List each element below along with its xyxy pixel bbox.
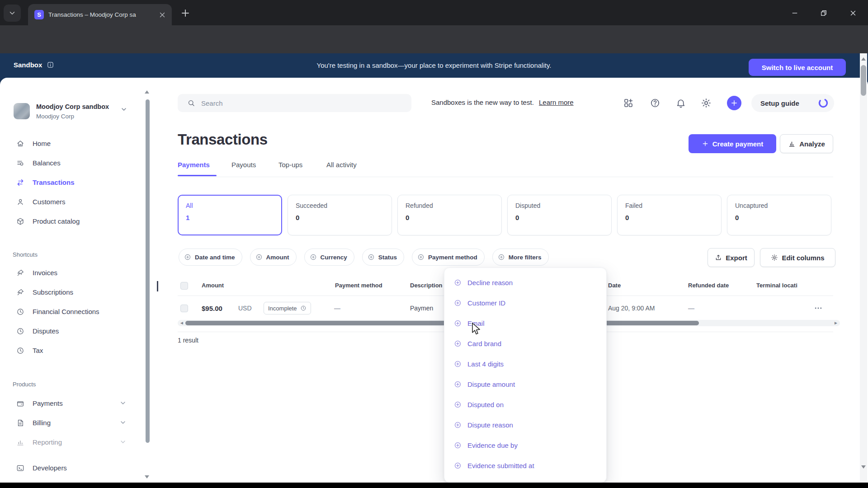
sidebar-item-subscriptions[interactable]: Subscriptions <box>0 282 136 302</box>
menu-item-dispute-amount[interactable]: Dispute amount <box>444 374 606 394</box>
sidebar-item-developers[interactable]: Developers <box>0 458 136 478</box>
horizontal-scrollbar-thumb[interactable] <box>185 321 699 325</box>
circle-plus-icon <box>454 380 462 388</box>
edit-columns-button[interactable]: Edit columns <box>760 248 835 267</box>
sidebar-item-reporting[interactable]: Reporting <box>0 432 136 452</box>
menu-item-decline-reason[interactable]: Decline reason <box>444 272 606 293</box>
transactions-icon <box>16 178 24 187</box>
plus-icon <box>702 140 709 147</box>
sidebar-item-customers[interactable]: Customers <box>0 192 136 211</box>
column-header-description[interactable]: Description <box>410 282 449 289</box>
select-all-checkbox[interactable] <box>180 282 188 290</box>
sidebar-scrollbar-thumb[interactable] <box>146 99 150 443</box>
search-icon <box>187 99 195 107</box>
workbench-grid-icon[interactable] <box>623 98 634 108</box>
sidebar-item-payments[interactable]: Payments <box>0 394 136 413</box>
row-checkbox[interactable] <box>180 305 188 312</box>
create-plus-button[interactable] <box>727 96 741 110</box>
status-card-succeeded[interactable]: Succeeded 0 <box>288 195 392 235</box>
sidebar-item-label: Balances <box>33 159 61 167</box>
sidebar-item-label: Developers <box>33 464 67 472</box>
page-scroll-up-arrow[interactable] <box>861 57 866 61</box>
sidebar-item-billing[interactable]: Billing <box>0 413 136 432</box>
learn-more-link[interactable]: Learn more <box>539 99 574 106</box>
edit-columns-label: Edit columns <box>782 254 824 262</box>
create-payment-button[interactable]: Create payment <box>689 134 776 153</box>
status-card-failed[interactable]: Failed 0 <box>617 195 722 235</box>
row-refunded-date: — <box>688 305 694 312</box>
chip-label: Amount <box>266 254 289 261</box>
sidebar-item-label: Billing <box>33 419 51 427</box>
column-header-payment-method[interactable]: Payment method <box>335 282 382 289</box>
sidebar-item-balances[interactable]: Balances <box>0 153 136 173</box>
tab-top-ups[interactable]: Top-ups <box>278 161 302 169</box>
scroll-left-arrow[interactable]: ◄ <box>179 320 184 326</box>
settings-gear-icon[interactable] <box>701 98 712 108</box>
column-header-date[interactable]: Date <box>608 282 621 289</box>
tab-all-activity[interactable]: All activity <box>326 161 357 169</box>
menu-item-card-brand[interactable]: Card brand <box>444 333 606 354</box>
analyze-button[interactable]: Analyze <box>780 134 833 153</box>
chip-label: Payment method <box>428 254 477 261</box>
status-card-refunded[interactable]: Refunded 0 <box>397 195 502 235</box>
sidebar-scroll-up-arrow[interactable] <box>145 90 149 94</box>
status-card-disputed[interactable]: Disputed 0 <box>507 195 612 235</box>
notifications-bell-icon[interactable] <box>675 98 686 108</box>
menu-item-email[interactable]: Email <box>444 313 606 333</box>
filter-amount[interactable]: Amount <box>250 249 297 266</box>
page-scrollbar-thumb[interactable] <box>861 65 866 96</box>
tab-payouts[interactable]: Payouts <box>231 161 256 169</box>
filter-currency[interactable]: Currency <box>304 249 354 266</box>
window-minimize-button[interactable] <box>788 7 801 19</box>
tab-close-icon[interactable] <box>158 11 166 19</box>
menu-item-last-4-digits[interactable]: Last 4 digits <box>444 354 606 374</box>
sidebar-item-invoices[interactable]: Invoices <box>0 263 136 282</box>
info-icon[interactable] <box>47 61 54 69</box>
menu-item-evidence-due-by[interactable]: Evidence due by <box>444 435 606 455</box>
sidebar-item-financial-connections[interactable]: Financial Connections <box>0 302 136 321</box>
tab-payments[interactable]: Payments <box>178 161 210 169</box>
sidebar-scroll-down-arrow[interactable] <box>145 475 149 479</box>
scroll-right-arrow[interactable]: ► <box>834 320 838 326</box>
switch-to-live-button[interactable]: Switch to live account <box>749 59 846 76</box>
menu-item-terminal-location-id[interactable]: Terminal location ID <box>444 476 606 483</box>
filter-more-filters[interactable]: More filters <box>492 249 549 266</box>
menu-item-disputed-on[interactable]: Disputed on <box>444 394 606 415</box>
help-icon[interactable] <box>650 98 660 108</box>
sidebar-item-product-catalog[interactable]: Product catalog <box>0 211 136 231</box>
search-bar[interactable] <box>178 94 411 112</box>
browser-tab[interactable]: S Transactions – Moodjoy Corp sa <box>28 4 172 25</box>
status-card-uncaptured[interactable]: Uncaptured 0 <box>727 195 831 235</box>
window-restore-button[interactable] <box>817 7 830 19</box>
sidebar-item-transactions[interactable]: Transactions <box>0 173 136 192</box>
column-header-refunded-date[interactable]: Refunded date <box>688 282 729 289</box>
column-header-amount[interactable]: Amount <box>202 282 224 289</box>
page-scroll-down-arrow[interactable] <box>861 465 866 469</box>
sidebar-item-label: Product catalog <box>33 217 80 225</box>
status-card-all[interactable]: All 1 <box>178 195 282 235</box>
search-input[interactable] <box>200 99 390 108</box>
new-tab-button[interactable] <box>180 8 191 19</box>
sidebar-item-label: Reporting <box>33 438 62 446</box>
sidebar-item-disputes[interactable]: Disputes <box>0 321 136 341</box>
page-scrollbar[interactable] <box>860 53 867 483</box>
menu-item-dispute-reason[interactable]: Dispute reason <box>444 415 606 435</box>
sidebar-item-home[interactable]: Home <box>0 134 136 153</box>
sidebar-item-tax[interactable]: Tax <box>0 341 136 360</box>
window-close-button[interactable] <box>847 7 859 19</box>
account-switcher[interactable]: Moodjoy Corp sandbox Moodjoy Corp <box>0 87 136 118</box>
filter-payment-method[interactable]: Payment method <box>412 249 485 266</box>
sidebar-item-label: Transactions <box>33 178 75 186</box>
row-actions-button[interactable] <box>814 304 823 313</box>
setup-guide-button[interactable]: Setup guide <box>751 94 834 112</box>
filter-date-and-time[interactable]: Date and time <box>179 249 242 266</box>
sidebar-item-label: Financial Connections <box>33 308 99 315</box>
tab-search-button[interactable] <box>4 5 21 22</box>
customers-icon <box>16 198 24 206</box>
menu-item-evidence-submitted-at[interactable]: Evidence submitted at <box>444 455 606 476</box>
export-button[interactable]: Export <box>708 248 755 267</box>
browser-tab-strip: S Transactions – Moodjoy Corp sa <box>0 0 868 25</box>
menu-item-customer-id[interactable]: Customer ID <box>444 293 606 313</box>
column-header-terminal-location[interactable]: Terminal locati <box>756 282 811 289</box>
filter-status[interactable]: Status <box>362 249 404 266</box>
